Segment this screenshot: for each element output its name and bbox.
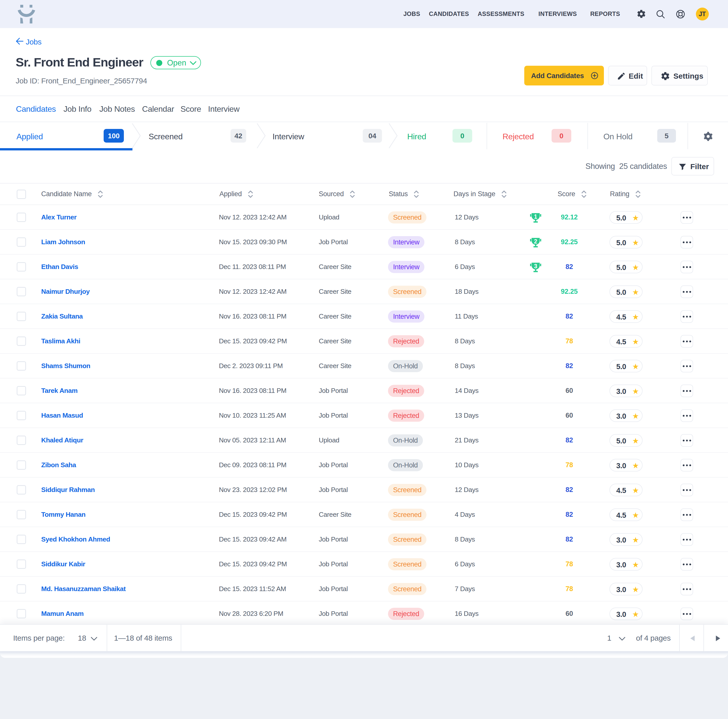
svg-text:2: 2: [534, 238, 537, 245]
svg-text:1: 1: [534, 213, 537, 220]
svg-text:3: 3: [534, 263, 537, 269]
